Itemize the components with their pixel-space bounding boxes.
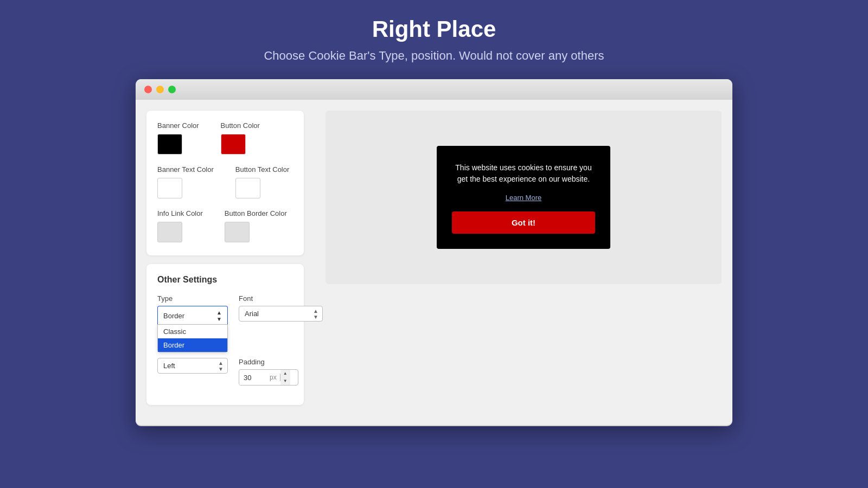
learn-more-link[interactable]: Learn More xyxy=(452,194,595,202)
banner-color-group: Banner Color xyxy=(157,121,199,155)
type-dropdown-container: Border ▲▼ Classic Border xyxy=(157,306,228,325)
button-text-color-label: Button Text Color xyxy=(235,165,289,174)
type-chevron-icon: ▲▼ xyxy=(216,310,222,322)
position-select[interactable]: Left Center Right xyxy=(157,358,228,374)
button-text-color-group: Button Text Color xyxy=(235,165,289,198)
type-select-display[interactable]: Border ▲▼ xyxy=(157,306,228,325)
got-it-button[interactable]: Got it! xyxy=(452,211,595,234)
padding-spinner: ▲ ▼ xyxy=(280,370,290,385)
page-subtitle: Choose Cookie Bar's Type, position. Woul… xyxy=(264,49,604,63)
color-row-3: Info Link Color Button Border Color xyxy=(157,209,293,242)
type-option-classic[interactable]: Classic xyxy=(158,325,227,338)
button-border-color-group: Button Border Color xyxy=(225,209,287,242)
padding-label: Padding xyxy=(239,358,298,366)
window-titlebar xyxy=(136,79,732,100)
maximize-button[interactable] xyxy=(168,86,176,93)
color-settings-card: Banner Color Button Color Banner Text Co… xyxy=(146,111,304,255)
minimize-button[interactable] xyxy=(156,86,164,93)
font-select[interactable]: Arial Helvetica Georgia Verdana xyxy=(239,306,323,322)
button-color-label: Button Color xyxy=(221,121,260,130)
type-setting-group: Type Border ▲▼ Classic Border xyxy=(157,294,228,325)
cookie-text: This website uses cookies to ensure you … xyxy=(452,162,595,185)
info-link-color-group: Info Link Color xyxy=(157,209,203,242)
padding-increment-button[interactable]: ▲ xyxy=(280,370,290,377)
button-color-group: Button Color xyxy=(221,121,260,155)
padding-setting-group: Padding px ▲ ▼ xyxy=(239,358,298,386)
info-link-color-swatch[interactable] xyxy=(157,222,182,242)
button-border-color-swatch[interactable] xyxy=(225,222,250,242)
other-settings-title: Other Settings xyxy=(157,275,293,285)
button-border-color-label: Button Border Color xyxy=(225,209,287,217)
other-settings-card: Other Settings Type Border ▲▼ xyxy=(146,264,304,405)
type-dropdown-list: Classic Border xyxy=(157,324,228,352)
banner-text-color-label: Banner Text Color xyxy=(157,165,214,174)
font-setting-group: Font Arial Helvetica Georgia Verdana ▲▼ xyxy=(239,294,323,322)
type-font-row: Type Border ▲▼ Classic Border xyxy=(157,294,293,325)
page-title: Right Place xyxy=(372,16,496,42)
font-label: Font xyxy=(239,294,323,303)
type-option-border[interactable]: Border xyxy=(158,338,227,352)
position-select-wrapper: Left Center Right ▲▼ xyxy=(157,358,228,374)
preview-area: This website uses cookies to ensure you … xyxy=(326,111,722,284)
position-setting-group: Left Center Right ▲▼ xyxy=(157,358,228,374)
banner-color-swatch[interactable] xyxy=(157,134,182,155)
banner-color-label: Banner Color xyxy=(157,121,199,130)
button-text-color-swatch[interactable] xyxy=(235,178,260,198)
color-row-1: Banner Color Button Color xyxy=(157,121,293,155)
padding-input-group: px ▲ ▼ xyxy=(239,369,298,386)
browser-window: Banner Color Button Color Banner Text Co… xyxy=(136,79,732,426)
position-padding-row: Left Center Right ▲▼ Padding xyxy=(157,358,293,386)
left-panel: Banner Color Button Color Banner Text Co… xyxy=(136,100,315,425)
banner-text-color-swatch[interactable] xyxy=(157,178,182,198)
padding-unit-label: px xyxy=(266,374,280,381)
window-body: Banner Color Button Color Banner Text Co… xyxy=(136,100,732,425)
info-link-color-label: Info Link Color xyxy=(157,209,203,217)
cookie-popup: This website uses cookies to ensure you … xyxy=(437,146,610,249)
right-panel: This website uses cookies to ensure you … xyxy=(315,100,732,425)
banner-text-color-group: Banner Text Color xyxy=(157,165,214,198)
type-current-value: Border xyxy=(163,312,184,320)
font-select-wrapper: Arial Helvetica Georgia Verdana ▲▼ xyxy=(239,306,323,322)
padding-input[interactable] xyxy=(239,370,266,385)
color-row-2: Banner Text Color Button Text Color xyxy=(157,165,293,198)
type-label: Type xyxy=(157,294,228,303)
padding-decrement-button[interactable]: ▼ xyxy=(280,377,290,385)
close-button[interactable] xyxy=(144,86,152,93)
button-color-swatch[interactable] xyxy=(221,134,246,155)
